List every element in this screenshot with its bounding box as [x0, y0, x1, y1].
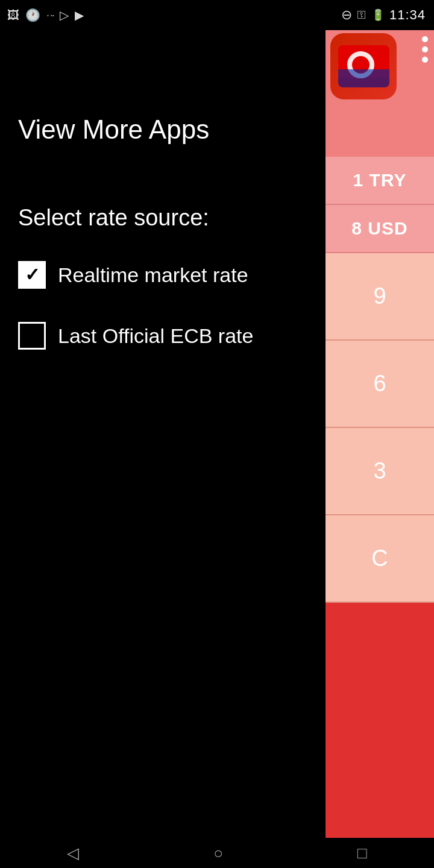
checkmark-icon: ✓ — [25, 266, 40, 284]
back-button[interactable]: ◁ — [67, 844, 79, 863]
status-bar-left: 🖼 🕐 · ·· ▷ ▶ — [0, 0, 326, 30]
ecb-rate-checkbox[interactable] — [18, 322, 46, 350]
home-button[interactable]: ○ — [213, 844, 223, 863]
play-store-icon: ▶ — [75, 8, 84, 22]
dot-3 — [422, 57, 428, 63]
numpad-area: 9 6 3 C — [326, 253, 434, 838]
realtime-rate-row[interactable]: ✓ Realtime market rate — [18, 261, 307, 289]
status-bar-right: ⊖ ⚿ 🔋 11:34 — [326, 0, 434, 30]
recents-button[interactable]: □ — [357, 844, 367, 863]
currency-value-try: 1 TRY — [353, 170, 407, 190]
numpad-c-button[interactable]: C — [326, 515, 434, 603]
numpad-6-button[interactable]: 6 — [326, 341, 434, 428]
realtime-rate-checkbox[interactable]: ✓ — [18, 261, 46, 289]
battery-icon: 🔋 — [371, 8, 385, 22]
play-icon: ▷ — [60, 8, 69, 22]
app-icon[interactable] — [330, 33, 397, 99]
clock-display: 11:34 — [389, 7, 426, 23]
minus-circle-icon: ⊖ — [341, 7, 352, 23]
cast-icon: · ·· — [46, 9, 54, 22]
view-more-apps-button[interactable]: View More Apps — [18, 115, 307, 145]
realtime-rate-label: Realtime market rate — [58, 263, 248, 287]
right-panel: 1 TRY 8 USD 9 6 3 C — [326, 0, 434, 838]
left-panel: View More Apps Select rate source: ✓ Rea… — [0, 30, 326, 838]
numpad-3-button[interactable]: 3 — [326, 428, 434, 515]
dot-1 — [422, 36, 428, 42]
more-options-button[interactable] — [422, 33, 428, 63]
ecb-rate-label: Last Official ECB rate — [58, 324, 253, 348]
currency-row-usd: 8 USD — [326, 205, 434, 253]
numpad-9-button[interactable]: 9 — [326, 253, 434, 341]
clock-icon: 🕐 — [25, 8, 40, 22]
ecb-rate-row[interactable]: Last Official ECB rate — [18, 322, 307, 350]
red-area — [326, 603, 434, 838]
currency-value-usd: 8 USD — [351, 218, 407, 239]
no-sim-icon: ⚿ — [357, 10, 366, 20]
image-icon: 🖼 — [7, 8, 19, 22]
select-rate-label: Select rate source: — [18, 205, 307, 231]
currency-row-try: 1 TRY — [326, 157, 434, 205]
dot-2 — [422, 46, 428, 52]
nav-bar: ◁ ○ □ — [0, 838, 434, 868]
